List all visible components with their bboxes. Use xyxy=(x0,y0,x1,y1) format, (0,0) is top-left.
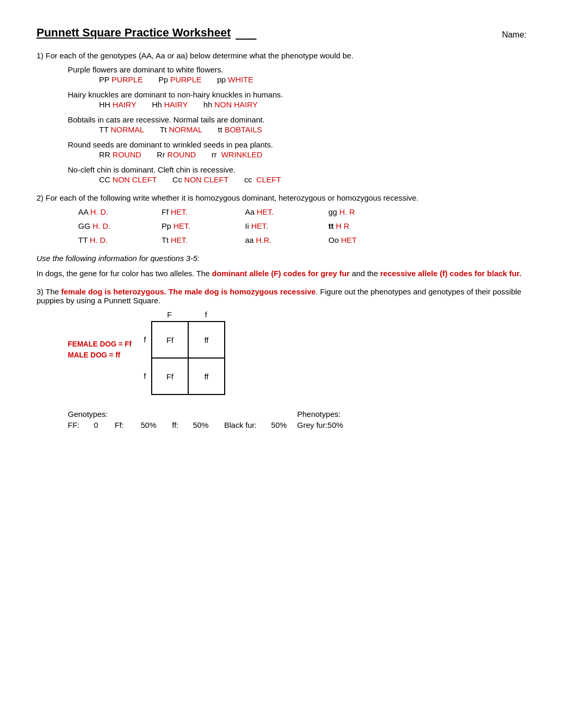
top-label-F: F xyxy=(151,310,188,319)
info-italic-text: Use the following information for questi… xyxy=(36,254,527,263)
punnett-grid: Ff ff Ff ff xyxy=(151,321,225,395)
ff-code: FF: xyxy=(68,421,94,429)
trait-hairy-genotypes: HH HAIRY Hh HAIRY hh NON HAIRY xyxy=(99,100,527,109)
cell-ii: Ii HET. xyxy=(245,221,328,230)
ff-het-code: Ff: xyxy=(115,421,141,429)
header: Punnett Square Practice Worksheet Name: xyxy=(36,26,527,40)
cell-oo: Oo HET xyxy=(328,236,412,244)
ff-value: 0 xyxy=(94,421,115,429)
info-italic-section: Use the following information for questi… xyxy=(36,254,527,278)
cell-tt-het: Tt HET. xyxy=(162,236,245,244)
pp-het-genotype: Pp PURPLE xyxy=(158,75,202,84)
trait-bobtails: Bobtails in cats are recessive. Normal t… xyxy=(68,115,527,134)
female-label: FEMALE DOG = Ff xyxy=(68,339,132,350)
rr-rec: rr WRINKLED xyxy=(212,150,263,159)
hom-het-table: AA H. D. Ff HET. Aa HET. gg H. R GG H. D… xyxy=(78,207,527,244)
tt-het: Tt NORMAL xyxy=(160,125,202,134)
punnett-cell-ff4: ff xyxy=(189,359,225,395)
hh-het: Hh HAIRY xyxy=(152,100,188,109)
question-2: 2) For each of the following write wheth… xyxy=(36,193,527,244)
cell-aa-het: Aa HET. xyxy=(245,207,328,216)
name-label: Name: xyxy=(502,30,527,40)
cell-aa: AA H. D. xyxy=(78,207,162,216)
tt-rec: tt BOBTAILS xyxy=(218,125,262,134)
cc-rec: cc CLEFT xyxy=(244,175,281,184)
rr-het: Rr ROUND xyxy=(157,150,196,159)
punnett-cell-ff1: Ff xyxy=(152,322,189,359)
trait-purple-desc: Purple flowers are dominant to white flo… xyxy=(68,65,527,74)
trait-cleft-genotypes: CC NON CLEFT Cc NON CLEFT cc CLEFT xyxy=(99,175,527,184)
recessive-allele-text: recessive allele (f) codes for black fur… xyxy=(380,269,521,278)
punnett-cell-ff3: Ff xyxy=(152,359,189,395)
trait-cleft-desc: No-cleft chin is dominant. Cleft chin is… xyxy=(68,165,527,174)
cell-gg: gg H. R xyxy=(328,207,412,216)
rr-dom: RR ROUND xyxy=(99,150,141,159)
left-label-f1: f xyxy=(136,321,146,357)
question-1: 1) For each of the genotypes (AA, Aa or … xyxy=(36,51,527,184)
trait-round-seeds: Round seeds are dominant to wrinkled see… xyxy=(68,140,527,159)
male-label: MALE DOG = ff xyxy=(68,350,132,361)
q3-red-label: female dog is heterozygous. The male dog… xyxy=(61,287,315,296)
pp-genotype: PP PURPLE xyxy=(99,75,143,84)
cell-gg-dom: GG H. D. xyxy=(78,221,162,230)
punnett-section: FEMALE DOG = Ff MALE DOG = ff F f f f Ff… xyxy=(68,310,527,395)
black-fur-code: Black fur: xyxy=(224,421,271,429)
q3-label: 3) The female dog is heterozygous. The m… xyxy=(36,287,527,305)
results-section: Genotypes: Phenotypes: FF: 0 Ff: 50% ff:… xyxy=(68,410,527,429)
trait-round-desc: Round seeds are dominant to wrinkled see… xyxy=(68,140,527,149)
info-text: In dogs, the gene for fur color has two … xyxy=(36,269,527,278)
genotypes-label: Genotypes: xyxy=(68,410,130,418)
pp-rec-genotype: pp WHITE xyxy=(217,75,253,84)
trait-cleft-chin: No-cleft chin is dominant. Cleft chin is… xyxy=(68,165,527,184)
tt-dom: TT NORMAL xyxy=(99,125,144,134)
top-label-f: f xyxy=(188,310,224,319)
punnett-left-labels: f f xyxy=(136,321,146,394)
results-labels-row: Genotypes: Phenotypes: xyxy=(68,410,527,418)
ff-het-value: 50% xyxy=(141,421,172,429)
q2-label: 2) For each of the following write wheth… xyxy=(36,193,527,202)
punnett-top-labels: F f xyxy=(151,310,527,319)
cell-aa-rec: aa H.R. xyxy=(245,236,328,244)
q1-label: 1) For each of the genotypes (AA, Aa or … xyxy=(36,51,527,60)
female-male-labels: FEMALE DOG = Ff MALE DOG = ff xyxy=(68,339,132,361)
punnett-body: f f Ff ff Ff ff xyxy=(68,321,527,395)
phenotypes-label: Phenotypes: xyxy=(297,410,340,418)
trait-bobtails-genotypes: TT NORMAL Tt NORMAL tt BOBTAILS xyxy=(99,125,527,134)
grey-fur-code: Grey fur:50% xyxy=(297,421,343,429)
hh-dom: HH HAIRY xyxy=(99,100,136,109)
hh-rec: hh NON HAIRY xyxy=(203,100,258,109)
hom-het-row-2: GG H. D. Pp HET. Ii HET. tt H R xyxy=(78,221,527,230)
page-title: Punnett Square Practice Worksheet xyxy=(36,26,256,40)
dominant-allele-text: dominant allele (F) codes for grey fur xyxy=(212,269,350,278)
cell-pp: Pp HET. xyxy=(162,221,245,230)
left-label-f2: f xyxy=(136,357,146,394)
cell-tt-rec: tt H R xyxy=(328,221,412,230)
results-values-row: FF: 0 Ff: 50% ff: 50% Black fur: 50% Gre… xyxy=(68,421,527,429)
hom-het-row-3: TT H. D. Tt HET. aa H.R. Oo HET xyxy=(78,236,527,244)
trait-bobtails-desc: Bobtails in cats are recessive. Normal t… xyxy=(68,115,527,124)
punnett-cell-ff2: ff xyxy=(189,322,225,359)
question-3: 3) The female dog is heterozygous. The m… xyxy=(36,287,527,429)
cell-tt-dom: TT H. D. xyxy=(78,236,162,244)
trait-round-genotypes: RR ROUND Rr ROUND rr WRINKLED xyxy=(99,150,527,159)
cc-dom: CC NON CLEFT xyxy=(99,175,157,184)
ff-rec-code: ff: xyxy=(172,421,193,429)
ff-rec-value: 50% xyxy=(193,421,224,429)
hom-het-row-1: AA H. D. Ff HET. Aa HET. gg H. R xyxy=(78,207,527,216)
black-fur-value: 50% xyxy=(271,421,297,429)
cell-ff: Ff HET. xyxy=(162,207,245,216)
trait-purple-genotypes: PP PURPLE Pp PURPLE pp WHITE xyxy=(99,75,527,84)
trait-hairy-knuckles: Hairy knuckles are dominant to non-hairy… xyxy=(68,90,527,109)
trait-hairy-desc: Hairy knuckles are dominant to non-hairy… xyxy=(68,90,527,99)
trait-purple-flowers: Purple flowers are dominant to white flo… xyxy=(68,65,527,84)
cc-het: Cc NON CLEFT xyxy=(173,175,229,184)
